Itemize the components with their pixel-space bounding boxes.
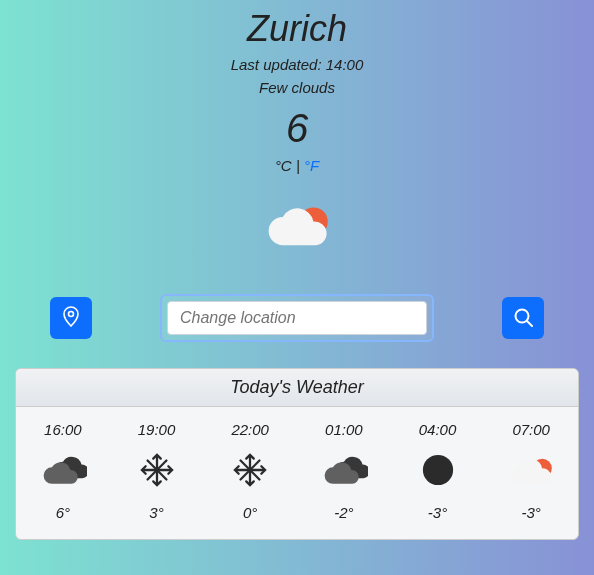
forecast-title: Today's Weather (16, 369, 578, 407)
forecast-temp: 0° (243, 504, 257, 521)
unit-fahrenheit[interactable]: °F (304, 157, 319, 174)
unit-separator: | (292, 157, 304, 174)
forecast-slot: 19:003° (110, 407, 204, 539)
forecast-icon (421, 452, 455, 488)
forecast-time: 07:00 (512, 421, 550, 438)
forecast-temp: -3° (428, 504, 447, 521)
forecast-time: 16:00 (44, 421, 82, 438)
forecast-icon (320, 452, 368, 488)
unit-toggle: °C | °F (275, 157, 319, 174)
forecast-icon (39, 452, 87, 488)
geolocate-button[interactable] (50, 297, 92, 339)
forecast-icon (140, 452, 174, 488)
forecast-temp: -2° (334, 504, 353, 521)
forecast-time: 01:00 (325, 421, 363, 438)
forecast-slot: 01:00-2° (297, 407, 391, 539)
forecast-card: Today's Weather 16:006°19:003°22:000°01:… (15, 368, 579, 540)
current-weather-icon (261, 198, 333, 254)
pin-icon (61, 306, 81, 331)
forecast-time: 22:00 (231, 421, 269, 438)
forecast-time: 19:00 (138, 421, 176, 438)
weather-description: Few clouds (259, 79, 335, 96)
forecast-temp: 6° (56, 504, 70, 521)
city-name: Zurich (247, 8, 347, 50)
forecast-icon (233, 452, 267, 488)
forecast-slot: 04:00-3° (391, 407, 485, 539)
forecast-temp: -3° (522, 504, 541, 521)
forecast-icon (507, 452, 555, 488)
forecast-slot: 22:000° (203, 407, 297, 539)
search-input-wrap (160, 294, 434, 342)
forecast-temp: 3° (149, 504, 163, 521)
unit-celsius[interactable]: °C (275, 157, 292, 174)
forecast-slot: 07:00-3° (484, 407, 578, 539)
forecast-slot: 16:006° (16, 407, 110, 539)
last-updated: Last updated: 14:00 (231, 56, 364, 73)
forecast-time: 04:00 (419, 421, 457, 438)
search-icon (513, 307, 533, 330)
location-input[interactable] (167, 301, 427, 335)
search-button[interactable] (502, 297, 544, 339)
current-temperature: 6 (286, 106, 308, 151)
